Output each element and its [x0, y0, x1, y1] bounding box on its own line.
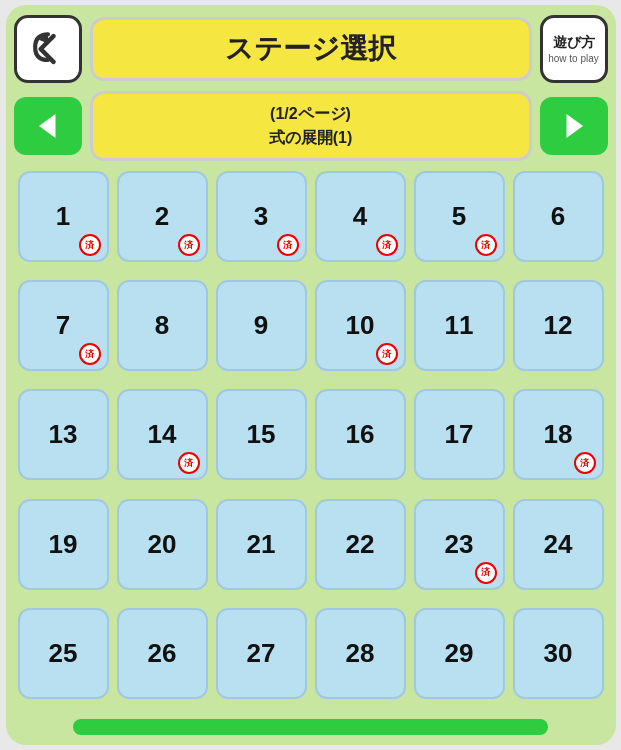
stage-number-30: 30 — [544, 638, 573, 669]
stage-cell-20[interactable]: 20 — [117, 499, 208, 590]
stage-number-11: 11 — [445, 310, 474, 341]
stage-number-18: 18 — [544, 419, 573, 450]
stage-cell-13[interactable]: 13 — [18, 389, 109, 480]
done-badge-18: 済 — [574, 452, 596, 474]
stage-grid: 1済2済3済4済5済67済8910済11121314済15161718済1920… — [14, 171, 608, 709]
nav-row: (1/2ページ) 式の展開(1) — [14, 91, 608, 161]
stage-number-24: 24 — [544, 529, 573, 560]
stage-number-25: 25 — [49, 638, 78, 669]
how-to-play-button[interactable]: 遊び方 how to play — [540, 15, 608, 83]
stage-cell-14[interactable]: 14済 — [117, 389, 208, 480]
stage-cell-15[interactable]: 15 — [216, 389, 307, 480]
stage-cell-10[interactable]: 10済 — [315, 280, 406, 371]
stage-number-13: 13 — [49, 419, 78, 450]
stage-cell-11[interactable]: 11 — [414, 280, 505, 371]
stage-number-21: 21 — [247, 529, 276, 560]
bottom-bar — [73, 719, 548, 735]
prev-arrow-icon — [33, 111, 63, 141]
stage-number-19: 19 — [49, 529, 78, 560]
stage-number-17: 17 — [445, 419, 474, 450]
done-badge-10: 済 — [376, 343, 398, 365]
main-container: ステージ選択 遊び方 how to play (1/2ページ) 式の展開(1) … — [6, 5, 616, 745]
stage-number-10: 10 — [346, 310, 375, 341]
done-badge-14: 済 — [178, 452, 200, 474]
stage-number-5: 5 — [452, 201, 466, 232]
stage-number-9: 9 — [254, 310, 268, 341]
svg-marker-2 — [566, 114, 583, 138]
stage-number-7: 7 — [56, 310, 70, 341]
stage-number-15: 15 — [247, 419, 276, 450]
how-to-play-en-label: how to play — [548, 52, 599, 65]
stage-cell-18[interactable]: 18済 — [513, 389, 604, 480]
stage-number-16: 16 — [346, 419, 375, 450]
stage-cell-16[interactable]: 16 — [315, 389, 406, 480]
done-badge-3: 済 — [277, 234, 299, 256]
stage-cell-22[interactable]: 22 — [315, 499, 406, 590]
stage-cell-26[interactable]: 26 — [117, 608, 208, 699]
back-button[interactable] — [14, 15, 82, 83]
stage-cell-9[interactable]: 9 — [216, 280, 307, 371]
stage-cell-29[interactable]: 29 — [414, 608, 505, 699]
done-badge-5: 済 — [475, 234, 497, 256]
stage-cell-4[interactable]: 4済 — [315, 171, 406, 262]
how-to-play-jp-label: 遊び方 — [553, 33, 595, 51]
done-badge-4: 済 — [376, 234, 398, 256]
stage-number-14: 14 — [148, 419, 177, 450]
stage-number-12: 12 — [544, 310, 573, 341]
done-badge-1: 済 — [79, 234, 101, 256]
stage-number-20: 20 — [148, 529, 177, 560]
stage-number-4: 4 — [353, 201, 367, 232]
stage-cell-24[interactable]: 24 — [513, 499, 604, 590]
stage-cell-27[interactable]: 27 — [216, 608, 307, 699]
stage-number-23: 23 — [445, 529, 474, 560]
page-title: ステージ選択 — [90, 17, 532, 81]
stage-number-2: 2 — [155, 201, 169, 232]
stage-number-26: 26 — [148, 638, 177, 669]
svg-marker-1 — [39, 114, 56, 138]
done-badge-2: 済 — [178, 234, 200, 256]
stage-number-3: 3 — [254, 201, 268, 232]
stage-cell-19[interactable]: 19 — [18, 499, 109, 590]
done-badge-7: 済 — [79, 343, 101, 365]
stage-cell-1[interactable]: 1済 — [18, 171, 109, 262]
stage-cell-30[interactable]: 30 — [513, 608, 604, 699]
stage-cell-8[interactable]: 8 — [117, 280, 208, 371]
stage-cell-7[interactable]: 7済 — [18, 280, 109, 371]
stage-cell-6[interactable]: 6 — [513, 171, 604, 262]
stage-cell-5[interactable]: 5済 — [414, 171, 505, 262]
page-info-box: (1/2ページ) 式の展開(1) — [90, 91, 532, 161]
stage-cell-17[interactable]: 17 — [414, 389, 505, 480]
next-page-button[interactable] — [540, 97, 608, 155]
stage-number-28: 28 — [346, 638, 375, 669]
stage-number-6: 6 — [551, 201, 565, 232]
stage-cell-25[interactable]: 25 — [18, 608, 109, 699]
stage-cell-28[interactable]: 28 — [315, 608, 406, 699]
stage-number-29: 29 — [445, 638, 474, 669]
page-number-label: (1/2ページ) — [93, 102, 529, 126]
back-icon — [26, 27, 70, 71]
prev-page-button[interactable] — [14, 97, 82, 155]
stage-cell-23[interactable]: 23済 — [414, 499, 505, 590]
stage-cell-2[interactable]: 2済 — [117, 171, 208, 262]
stage-number-1: 1 — [56, 201, 70, 232]
next-arrow-icon — [559, 111, 589, 141]
done-badge-23: 済 — [475, 562, 497, 584]
stage-number-8: 8 — [155, 310, 169, 341]
page-category-label: 式の展開(1) — [93, 126, 529, 150]
stage-cell-3[interactable]: 3済 — [216, 171, 307, 262]
stage-cell-21[interactable]: 21 — [216, 499, 307, 590]
stage-number-27: 27 — [247, 638, 276, 669]
stage-cell-12[interactable]: 12 — [513, 280, 604, 371]
header-row: ステージ選択 遊び方 how to play — [14, 15, 608, 83]
stage-number-22: 22 — [346, 529, 375, 560]
